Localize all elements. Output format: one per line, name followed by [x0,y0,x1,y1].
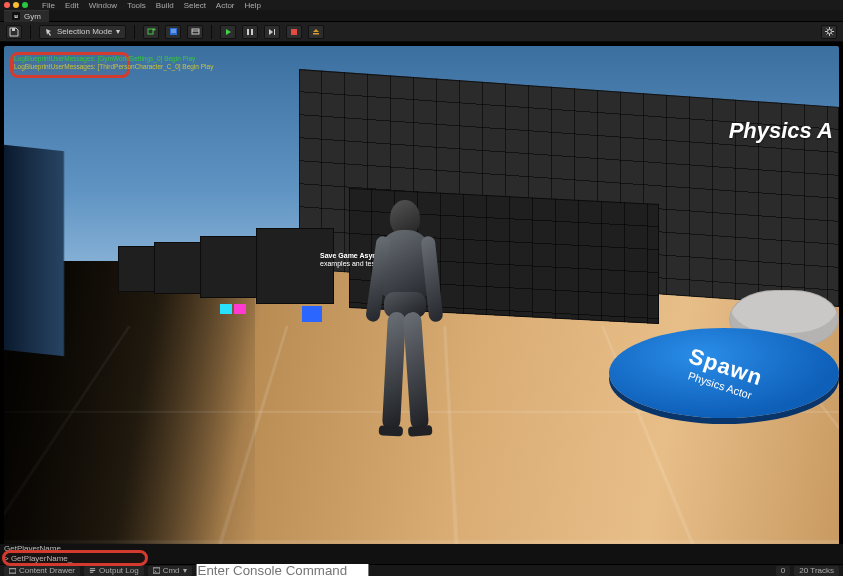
cmd-dropdown[interactable]: Cmd ▾ [148,566,192,576]
level-viewport-container: Physics A Save Game Async examples and t… [0,42,843,562]
zoom-icon[interactable] [22,2,28,8]
minimize-icon[interactable] [13,2,19,8]
settings-button[interactable] [821,25,837,39]
menu-build[interactable]: Build [156,1,174,10]
svg-rect-8 [313,33,319,35]
svg-rect-0 [12,28,15,31]
svg-rect-6 [274,29,275,35]
tracks-button[interactable]: 20 Tracks [794,566,839,576]
debug-print-line: LogBlueprintUserMessages: [GymWorldSetti… [14,55,195,62]
skip-icon [268,28,276,36]
play-button[interactable] [220,25,236,39]
content-drawer-button[interactable]: Content Drawer [4,566,80,576]
derived-data-button[interactable]: 0 [776,566,790,576]
menu-edit[interactable]: Edit [65,1,79,10]
close-icon[interactable] [4,2,10,8]
output-log-button[interactable]: Output Log [84,566,144,576]
physics-area-label: Physics A [729,118,833,144]
selection-mode-label: Selection Mode [57,27,112,36]
play-icon [226,29,231,35]
svg-rect-5 [251,29,253,35]
scene-cube-magenta [234,304,246,314]
unreal-logo-icon: u [12,12,20,20]
scene-box [200,236,262,298]
cube-plus-icon [147,27,156,36]
window-traffic-lights [4,2,28,8]
spawn-pad: SpawnPhysics Actor [609,328,839,418]
blueprints-button[interactable] [165,25,181,39]
svg-rect-4 [247,29,249,35]
save-button[interactable] [6,25,22,39]
annotation-highlight-bottom [2,550,148,566]
eject-button[interactable] [308,25,324,39]
tab-level[interactable]: u Gym [4,10,49,22]
footer: GetPlayerName > GetPlayerName_ Content D… [0,544,843,576]
sequence-icon [191,27,200,36]
player-character [363,200,447,440]
frame-skip-button[interactable] [264,25,280,39]
pause-icon [246,28,254,36]
chevron-down-icon: ▾ [183,566,187,575]
scene-box [154,242,204,294]
debug-print-line: LogBlueprintUserMessages: [ThirdPersonCh… [14,63,213,70]
svg-point-9 [827,30,831,34]
menu-help[interactable]: Help [245,1,261,10]
svg-rect-2 [170,28,177,35]
eject-icon [312,28,320,36]
save-icon [9,27,19,37]
menu-actor[interactable]: Actor [216,1,235,10]
chevron-down-icon: ▾ [116,27,120,36]
scene-cube-cyan [220,304,232,314]
scene-cube-blue [302,306,322,322]
stop-icon [290,28,298,36]
add-content-button[interactable] [143,25,159,39]
terminal-icon [153,567,160,574]
tab-title: Gym [24,12,41,21]
pause-button[interactable] [242,25,258,39]
blueprint-icon [169,27,178,36]
gear-icon [825,27,834,36]
menu-file[interactable]: File [42,1,55,10]
cinematics-button[interactable] [187,25,203,39]
menu-tools[interactable]: Tools [127,1,146,10]
selection-mode-dropdown[interactable]: Selection Mode ▾ [39,25,126,39]
svg-rect-10 [9,569,16,573]
svg-rect-7 [291,29,297,35]
scene-wall-left [4,145,64,356]
drawer-icon [9,567,16,574]
svg-rect-1 [148,29,153,34]
main-toolbar: Selection Mode ▾ [0,22,843,42]
level-viewport[interactable]: Physics A Save Game Async examples and t… [4,46,839,558]
stop-button[interactable] [286,25,302,39]
menu-window[interactable]: Window [89,1,117,10]
log-icon [89,567,96,574]
cursor-icon [45,28,53,36]
document-tab-bar: u Gym [0,10,843,22]
menu-select[interactable]: Select [184,1,206,10]
menu-bar: File Edit Window Tools Build Select Acto… [0,0,843,10]
svg-rect-11 [153,568,160,573]
